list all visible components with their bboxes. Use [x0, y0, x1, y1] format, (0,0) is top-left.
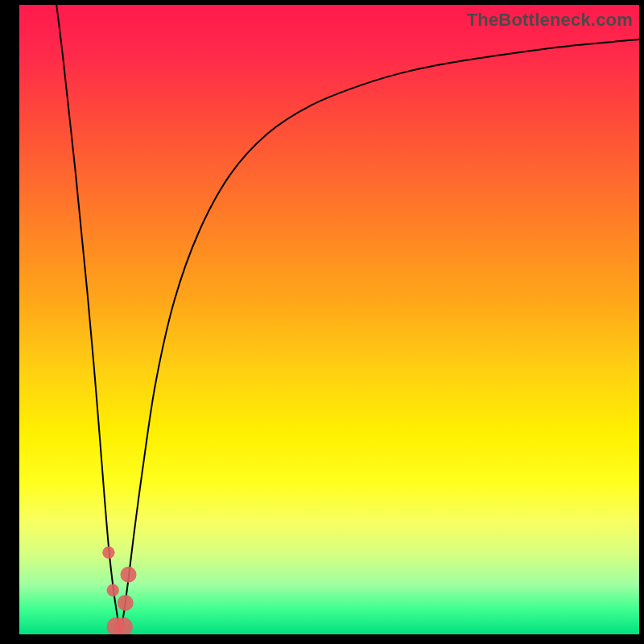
chart-svg	[19, 5, 639, 634]
marker-left-lower	[107, 584, 119, 597]
chart-container: TheBottleneck.com	[0, 0, 644, 644]
curve-group	[56, 5, 639, 634]
marker-right-lower	[118, 595, 134, 611]
marker-right-upper	[121, 567, 137, 583]
plot-area: TheBottleneck.com	[19, 5, 639, 634]
curve-right-branch	[121, 39, 639, 634]
curve-left-branch	[56, 5, 120, 634]
marker-left-upper	[102, 547, 114, 559]
